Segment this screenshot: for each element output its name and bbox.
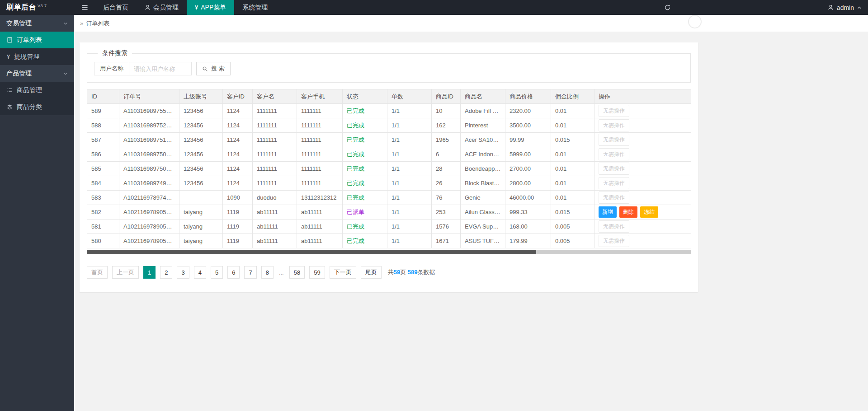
table-row: 580A10211697890517399taiyang1119ab11111a… [87, 234, 691, 248]
cell-id: 583 [87, 191, 119, 205]
table-row: 583A102116978974242261090duoduo131123123… [87, 191, 691, 205]
search-icon [202, 66, 208, 72]
column-header-product-name: 商品名 [461, 89, 505, 104]
cell-commission: 0.015 [551, 133, 594, 147]
sidebar-group-trade[interactable]: 交易管理 [0, 15, 74, 32]
sidebar-group-label: 交易管理 [6, 19, 32, 28]
page-button-page-5[interactable]: 5 [211, 266, 223, 279]
cell-customer-name: 1111111 [253, 104, 297, 118]
cell-parent-account: 123456 [179, 176, 223, 191]
cell-customer-name: 1111111 [253, 133, 297, 147]
freeze-button[interactable]: 冻结 [640, 206, 658, 218]
cell-commission: 0.01 [551, 176, 594, 191]
refresh-button[interactable] [659, 0, 677, 15]
add-button[interactable]: 新增 [599, 206, 617, 218]
app-logo: 刷单后台 V3.7 [0, 0, 74, 15]
cell-order-no: A11031698975043496 [119, 162, 179, 176]
page-button-page-59[interactable]: 59 [309, 266, 325, 279]
cell-status: 已完成 [343, 104, 387, 118]
cell-customer-name: ab11111 [253, 205, 297, 220]
sidebar: 交易管理订单列表¥提现管理产品管理商品管理商品分类 [0, 15, 74, 411]
column-header-parent-account: 上级账号 [179, 89, 223, 104]
cell-product-id: 10 [432, 104, 461, 118]
page-button-page-2[interactable]: 2 [160, 266, 172, 279]
sidebar-item-order-list[interactable]: 订单列表 [0, 32, 74, 48]
cell-customer-id: 1119 [223, 205, 253, 220]
cell-price: 168.00 [505, 220, 551, 234]
cell-status: 已完成 [343, 133, 387, 147]
horizontal-scrollbar[interactable] [87, 250, 691, 254]
cell-product-name: Block Blast A... [461, 176, 505, 191]
page-button-page-1[interactable]: 1 [143, 266, 156, 279]
page-button-page-7[interactable]: 7 [244, 266, 256, 279]
cell-product-name: Genie [461, 191, 505, 205]
cell-status: 已完成 [343, 147, 387, 162]
cell-actions: 新增删除冻结 [594, 205, 691, 220]
cell-commission: 0.005 [551, 234, 594, 248]
status-badge: 已完成 [347, 180, 364, 187]
chevron-up-icon [857, 5, 862, 10]
no-action-button: 无需操作 [599, 177, 629, 189]
cell-actions: 无需操作 [594, 234, 691, 248]
cell-customer-phone: 1111111 [297, 104, 343, 118]
column-header-count: 单数 [387, 89, 432, 104]
cell-product-id: 28 [432, 162, 461, 176]
sidebar-group-product[interactable]: 产品管理 [0, 65, 74, 82]
cell-actions: 无需操作 [594, 220, 691, 234]
cell-parent-account: 123456 [179, 147, 223, 162]
nav-item-system[interactable]: 系统管理 [234, 0, 276, 15]
order-icon [7, 37, 13, 43]
cell-customer-id: 1119 [223, 234, 253, 248]
cell-actions: 无需操作 [594, 162, 691, 176]
admin-username: admin [837, 4, 854, 11]
cell-count: 1/1 [387, 133, 432, 147]
status-badge: 已完成 [347, 151, 364, 158]
cell-customer-id: 1124 [223, 104, 253, 118]
nav-item-home[interactable]: 后台首页 [95, 0, 137, 15]
page-button-next[interactable]: 下一页 [330, 266, 356, 279]
menu-toggle-button[interactable] [74, 0, 95, 15]
cell-actions: 无需操作 [594, 191, 691, 205]
cell-customer-id: 1090 [223, 191, 253, 205]
cell-id: 587 [87, 133, 119, 147]
page-button-page-58[interactable]: 58 [289, 266, 305, 279]
cell-customer-phone: 1111111 [297, 162, 343, 176]
cell-product-name: EVGA SuperN... [461, 220, 505, 234]
top-navbar: 刷单后台 V3.7 后台首页会员管理¥APP菜单系统管理 admin [0, 0, 868, 15]
column-header-customer-id: 客户ID [223, 89, 253, 104]
search-button[interactable]: 搜 索 [196, 62, 231, 75]
cell-order-no: A10211697890520343 [119, 220, 179, 234]
admin-menu[interactable]: admin [821, 4, 868, 11]
nav-item-label: APP菜单 [201, 4, 226, 12]
main-content: » 订单列表 条件搜索 用户名称 搜 索 ID订单号上级账号客户ID客户名客户手… [74, 15, 868, 411]
username-input[interactable] [129, 62, 192, 75]
sidebar-item-goods[interactable]: 商品管理 [0, 82, 74, 98]
column-header-order-no: 订单号 [119, 89, 179, 104]
cell-price: 2320.00 [505, 104, 551, 118]
scrollbar-thumb[interactable] [87, 250, 536, 254]
page-button-page-8[interactable]: 8 [261, 266, 274, 279]
page-button-page-4[interactable]: 4 [194, 266, 206, 279]
nav-item-app-menu[interactable]: ¥APP菜单 [187, 0, 234, 15]
no-action-button: 无需操作 [599, 148, 629, 160]
sidebar-item-withdraw[interactable]: ¥提现管理 [0, 48, 74, 65]
cell-actions: 无需操作 [594, 176, 691, 191]
cell-customer-name: 1111111 [253, 162, 297, 176]
page-button-page-6[interactable]: 6 [227, 266, 240, 279]
cell-product-id: 1965 [432, 133, 461, 147]
status-badge: 已完成 [347, 122, 364, 129]
cell-parent-account: taiyang [179, 234, 223, 248]
list-icon [7, 87, 13, 93]
cell-customer-name: duoduo [253, 191, 297, 205]
app-title: 刷单后台 [6, 3, 36, 12]
table-row: 582A10211697890524317taiyang1119ab11111a… [87, 205, 691, 220]
cell-commission: 0.01 [551, 191, 594, 205]
page-button-page-3[interactable]: 3 [177, 266, 189, 279]
nav-item-members[interactable]: 会员管理 [137, 0, 187, 15]
delete-button[interactable]: 删除 [619, 206, 637, 218]
cell-customer-phone: ab11111 [297, 205, 343, 220]
page-button-last[interactable]: 尾页 [361, 266, 382, 279]
status-badge: 已派单 [347, 209, 364, 215]
sidebar-item-category[interactable]: 商品分类 [0, 98, 74, 115]
table-row: 584A110316989749698411234561124111111111… [87, 176, 691, 191]
